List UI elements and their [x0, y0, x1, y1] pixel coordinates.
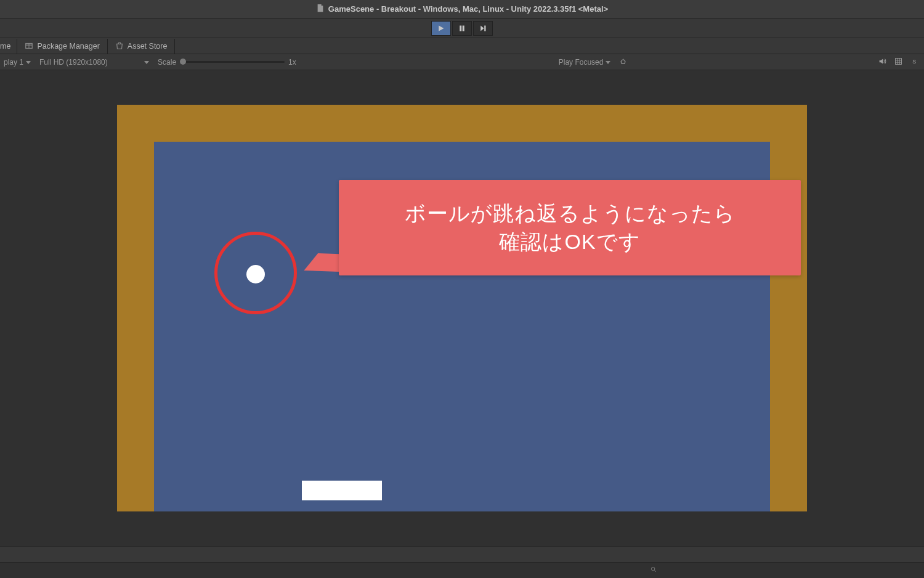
audio-toggle-button[interactable] — [875, 56, 890, 68]
svg-line-13 — [654, 570, 656, 572]
svg-rect-10 — [895, 58, 901, 64]
dropdown-label: Full HD (1920x1080) — [39, 58, 108, 67]
play-controls-bar — [0, 18, 924, 38]
scale-value: 1x — [288, 58, 296, 67]
annotation-callout: ボールが跳ね返るようになったら 確認はOKです — [339, 180, 801, 275]
annotation-line2: 確認はOKです — [499, 228, 640, 256]
focus-mode-dropdown[interactable]: Play Focused — [555, 56, 615, 68]
resolution-dropdown[interactable]: Full HD (1920x1080) — [36, 56, 153, 68]
scale-slider-group: Scale 1x — [158, 58, 296, 67]
svg-marker-0 — [439, 25, 444, 31]
bug-icon — [619, 57, 627, 67]
slider-thumb[interactable] — [180, 59, 186, 65]
panel-tabs: me Package Manager Asset Store — [0, 38, 924, 54]
gizmos-button[interactable]: S — [907, 56, 922, 68]
svg-rect-2 — [463, 25, 464, 31]
dropdown-label: play 1 — [4, 58, 23, 67]
pause-button[interactable] — [452, 21, 472, 36]
svg-rect-4 — [484, 25, 485, 31]
tab-package-manager[interactable]: Package Manager — [17, 39, 107, 54]
window-titlebar: GameScene - Breakout - Windows, Mac, Lin… — [0, 0, 924, 18]
package-icon — [25, 41, 33, 52]
svg-marker-8 — [606, 61, 610, 64]
console-search-input[interactable] — [660, 567, 924, 574]
unity-file-icon — [316, 4, 325, 14]
console-search-strip — [0, 562, 924, 578]
annotation-line1: ボールが跳ね返るようになったら — [405, 200, 736, 228]
scale-slider[interactable] — [180, 61, 285, 63]
bug-icon-button[interactable] — [615, 56, 630, 68]
bottom-divider-strip — [0, 546, 924, 562]
window-title: GameScene - Breakout - Windows, Mac, Lin… — [328, 4, 608, 14]
display-dropdown[interactable]: play 1 — [0, 56, 34, 68]
letter-s-icon: S — [910, 57, 918, 67]
svg-marker-7 — [144, 61, 149, 64]
game-paddle — [302, 481, 382, 500]
dropdown-label: Play Focused — [559, 58, 604, 67]
audio-icon — [878, 57, 886, 67]
tab-label: me — [0, 42, 10, 51]
game-view-toolbar: play 1 Full HD (1920x1080) Scale 1x Play… — [0, 54, 924, 70]
tab-game[interactable]: me — [0, 39, 17, 54]
grid-icon — [894, 57, 902, 67]
search-icon — [650, 566, 660, 575]
annotation-circle — [214, 232, 297, 314]
svg-marker-6 — [26, 61, 31, 64]
tab-label: Asset Store — [128, 42, 168, 51]
svg-marker-3 — [480, 25, 484, 31]
shopping-bag-icon — [115, 41, 124, 52]
stats-toggle-button[interactable] — [891, 56, 906, 68]
svg-point-12 — [651, 567, 655, 571]
svg-text:S: S — [912, 58, 916, 64]
play-button[interactable] — [431, 21, 451, 36]
tab-asset-store[interactable]: Asset Store — [108, 39, 176, 54]
svg-rect-1 — [460, 25, 461, 31]
tab-label: Package Manager — [37, 42, 99, 51]
scale-label: Scale — [158, 58, 176, 67]
svg-point-9 — [621, 60, 625, 64]
game-viewport: ボールが跳ね返るようになったら 確認はOKです — [0, 70, 924, 546]
step-button[interactable] — [473, 21, 493, 36]
console-search[interactable] — [650, 565, 924, 576]
game-frame-wall: ボールが跳ね返るようになったら 確認はOKです — [117, 105, 807, 511]
game-play-area: ボールが跳ね返るようになったら 確認はOKです — [154, 142, 770, 511]
